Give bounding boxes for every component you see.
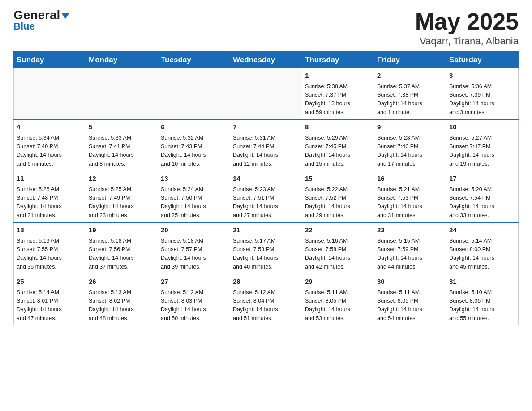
day-number: 20 <box>161 225 227 235</box>
day-info: Sunrise: 5:24 AMSunset: 7:50 PMDaylight:… <box>161 185 227 220</box>
table-row: 2Sunrise: 5:37 AMSunset: 7:38 PMDaylight… <box>374 68 446 120</box>
logo: General Blue <box>13 9 69 32</box>
day-info: Sunrise: 5:13 AMSunset: 8:02 PMDaylight:… <box>89 288 155 323</box>
day-info: Sunrise: 5:32 AMSunset: 7:43 PMDaylight:… <box>161 134 227 169</box>
day-info: Sunrise: 5:22 AMSunset: 7:52 PMDaylight:… <box>305 185 371 220</box>
day-number: 31 <box>449 277 515 287</box>
day-number: 4 <box>17 122 83 133</box>
table-row <box>14 68 86 120</box>
day-info: Sunrise: 5:19 AMSunset: 7:55 PMDaylight:… <box>17 237 83 272</box>
table-row: 28Sunrise: 5:12 AMSunset: 8:04 PMDayligh… <box>230 274 302 325</box>
table-row: 29Sunrise: 5:11 AMSunset: 8:05 PMDayligh… <box>302 274 374 325</box>
table-row: 12Sunrise: 5:25 AMSunset: 7:49 PMDayligh… <box>86 171 158 223</box>
table-row: 4Sunrise: 5:34 AMSunset: 7:40 PMDaylight… <box>14 120 86 171</box>
day-number: 5 <box>89 122 155 133</box>
day-number: 11 <box>17 174 83 184</box>
day-info: Sunrise: 5:26 AMSunset: 7:48 PMDaylight:… <box>17 185 83 220</box>
table-row: 9Sunrise: 5:28 AMSunset: 7:46 PMDaylight… <box>374 120 446 171</box>
day-info: Sunrise: 5:11 AMSunset: 8:05 PMDaylight:… <box>377 288 443 323</box>
day-number: 21 <box>233 225 299 235</box>
table-row: 20Sunrise: 5:18 AMSunset: 7:57 PMDayligh… <box>158 223 230 274</box>
day-number: 6 <box>161 122 227 133</box>
table-row: 27Sunrise: 5:12 AMSunset: 8:03 PMDayligh… <box>158 274 230 325</box>
calendar-header-row: Sunday Monday Tuesday Wednesday Thursday… <box>14 52 519 68</box>
location: Vaqarr, Tirana, Albania <box>415 35 519 47</box>
day-info: Sunrise: 5:37 AMSunset: 7:38 PMDaylight:… <box>377 82 443 117</box>
table-row <box>158 68 230 120</box>
logo-triangle-icon <box>61 13 69 19</box>
day-number: 29 <box>305 277 371 287</box>
day-info: Sunrise: 5:20 AMSunset: 7:54 PMDaylight:… <box>449 185 515 220</box>
table-row: 3Sunrise: 5:36 AMSunset: 7:39 PMDaylight… <box>446 68 519 120</box>
col-sunday: Sunday <box>14 52 86 68</box>
day-info: Sunrise: 5:15 AMSunset: 7:59 PMDaylight:… <box>377 237 443 272</box>
day-info: Sunrise: 5:18 AMSunset: 7:57 PMDaylight:… <box>161 237 227 272</box>
table-row: 24Sunrise: 5:14 AMSunset: 8:00 PMDayligh… <box>446 223 519 274</box>
day-number: 2 <box>377 71 443 81</box>
table-row: 22Sunrise: 5:16 AMSunset: 7:58 PMDayligh… <box>302 223 374 274</box>
day-number: 30 <box>377 277 443 287</box>
day-info: Sunrise: 5:29 AMSunset: 7:45 PMDaylight:… <box>305 134 371 169</box>
day-info: Sunrise: 5:16 AMSunset: 7:58 PMDaylight:… <box>305 237 371 272</box>
day-info: Sunrise: 5:27 AMSunset: 7:47 PMDaylight:… <box>449 134 515 169</box>
page-header: General Blue May 2025 Vaqarr, Tirana, Al… <box>13 9 519 47</box>
day-info: Sunrise: 5:14 AMSunset: 8:01 PMDaylight:… <box>17 288 83 323</box>
day-info: Sunrise: 5:28 AMSunset: 7:46 PMDaylight:… <box>377 134 443 169</box>
table-row: 21Sunrise: 5:17 AMSunset: 7:58 PMDayligh… <box>230 223 302 274</box>
table-row <box>230 68 302 120</box>
day-number: 26 <box>89 277 155 287</box>
day-info: Sunrise: 5:14 AMSunset: 8:00 PMDaylight:… <box>449 237 515 272</box>
day-info: Sunrise: 5:18 AMSunset: 7:56 PMDaylight:… <box>89 237 155 272</box>
day-info: Sunrise: 5:36 AMSunset: 7:39 PMDaylight:… <box>449 82 515 117</box>
day-number: 18 <box>17 225 83 235</box>
col-thursday: Thursday <box>302 52 374 68</box>
day-number: 28 <box>233 277 299 287</box>
col-friday: Friday <box>374 52 446 68</box>
day-number: 23 <box>377 225 443 235</box>
col-monday: Monday <box>86 52 158 68</box>
day-number: 7 <box>233 122 299 133</box>
col-tuesday: Tuesday <box>158 52 230 68</box>
day-info: Sunrise: 5:11 AMSunset: 8:05 PMDaylight:… <box>305 288 371 323</box>
day-info: Sunrise: 5:12 AMSunset: 8:03 PMDaylight:… <box>161 288 227 323</box>
table-row: 17Sunrise: 5:20 AMSunset: 7:54 PMDayligh… <box>446 171 519 223</box>
day-info: Sunrise: 5:34 AMSunset: 7:40 PMDaylight:… <box>17 134 83 169</box>
day-number: 16 <box>377 174 443 184</box>
table-row: 14Sunrise: 5:23 AMSunset: 7:51 PMDayligh… <box>230 171 302 223</box>
table-row: 10Sunrise: 5:27 AMSunset: 7:47 PMDayligh… <box>446 120 519 171</box>
day-number: 8 <box>305 122 371 133</box>
day-number: 3 <box>449 71 515 81</box>
day-number: 1 <box>305 71 371 81</box>
day-number: 25 <box>17 277 83 287</box>
day-info: Sunrise: 5:33 AMSunset: 7:41 PMDaylight:… <box>89 134 155 169</box>
day-number: 14 <box>233 174 299 184</box>
day-info: Sunrise: 5:10 AMSunset: 8:06 PMDaylight:… <box>449 288 515 323</box>
month-title: May 2025 <box>415 9 519 34</box>
day-info: Sunrise: 5:21 AMSunset: 7:53 PMDaylight:… <box>377 185 443 220</box>
day-number: 10 <box>449 122 515 133</box>
logo-blue: Blue <box>13 21 35 32</box>
day-number: 19 <box>89 225 155 235</box>
day-info: Sunrise: 5:23 AMSunset: 7:51 PMDaylight:… <box>233 185 299 220</box>
day-info: Sunrise: 5:31 AMSunset: 7:44 PMDaylight:… <box>233 134 299 169</box>
table-row: 6Sunrise: 5:32 AMSunset: 7:43 PMDaylight… <box>158 120 230 171</box>
day-number: 22 <box>305 225 371 235</box>
logo-general: General <box>13 9 69 21</box>
day-info: Sunrise: 5:38 AMSunset: 7:37 PMDaylight:… <box>305 82 371 117</box>
day-number: 24 <box>449 225 515 235</box>
table-row: 25Sunrise: 5:14 AMSunset: 8:01 PMDayligh… <box>14 274 86 325</box>
table-row: 15Sunrise: 5:22 AMSunset: 7:52 PMDayligh… <box>302 171 374 223</box>
day-info: Sunrise: 5:17 AMSunset: 7:58 PMDaylight:… <box>233 237 299 272</box>
table-row: 26Sunrise: 5:13 AMSunset: 8:02 PMDayligh… <box>86 274 158 325</box>
day-info: Sunrise: 5:25 AMSunset: 7:49 PMDaylight:… <box>89 185 155 220</box>
table-row: 31Sunrise: 5:10 AMSunset: 8:06 PMDayligh… <box>446 274 519 325</box>
table-row: 11Sunrise: 5:26 AMSunset: 7:48 PMDayligh… <box>14 171 86 223</box>
day-info: Sunrise: 5:12 AMSunset: 8:04 PMDaylight:… <box>233 288 299 323</box>
day-number: 27 <box>161 277 227 287</box>
table-row: 1Sunrise: 5:38 AMSunset: 7:37 PMDaylight… <box>302 68 374 120</box>
day-number: 13 <box>161 174 227 184</box>
table-row: 18Sunrise: 5:19 AMSunset: 7:55 PMDayligh… <box>14 223 86 274</box>
title-area: May 2025 Vaqarr, Tirana, Albania <box>415 9 519 47</box>
day-number: 12 <box>89 174 155 184</box>
day-number: 9 <box>377 122 443 133</box>
